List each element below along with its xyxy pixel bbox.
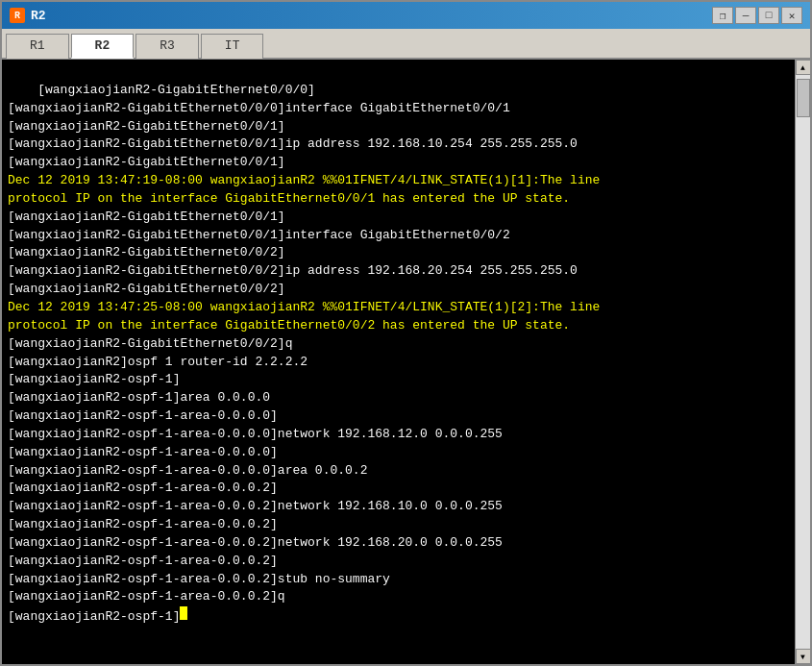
terminal-content[interactable]: [wangxiaojianR2-GigabitEthernet0/0/0] [w… [2, 60, 795, 664]
terminal-line: [wangxiaojianR2-ospf-1-area-0.0.0.0]area… [8, 463, 367, 478]
title-bar-left: R R2 [10, 8, 46, 23]
restore-button[interactable]: ❐ [712, 7, 733, 24]
tab-bar: R1 R2 R3 IT [2, 29, 810, 60]
terminal-line: [wangxiaojianR2-GigabitEthernet0/0/1]ip … [8, 136, 578, 151]
tab-r3[interactable]: R3 [135, 34, 199, 59]
terminal-line: [wangxiaojianR2-GigabitEthernet0/0/2]q [8, 336, 292, 351]
terminal-line: [wangxiaojianR2-ospf-1-area-0.0.0.2] [8, 481, 278, 495]
title-bar-controls: ❐ — □ ✕ [712, 7, 802, 24]
terminal-line: protocol IP on the interface GigabitEthe… [8, 318, 570, 333]
terminal-line: [wangxiaojianR2]ospf 1 router-id 2.2.2.2 [8, 355, 308, 369]
terminal-line: Dec 12 2019 13:47:25-08:00 wangxiaojianR… [8, 300, 600, 314]
terminal-line: [wangxiaojianR2-GigabitEthernet0/0/2]ip … [8, 263, 578, 278]
terminal-line: [wangxiaojianR2-ospf-1] [8, 372, 180, 386]
tab-r1[interactable]: R1 [6, 34, 69, 59]
terminal-line: [wangxiaojianR2-GigabitEthernet0/0/1]int… [8, 228, 510, 242]
scroll-down-button[interactable]: ▼ [796, 649, 811, 664]
app-icon: R [10, 8, 25, 23]
terminal-line: [wangxiaojianR2-ospf-1-area-0.0.0.2] [8, 517, 278, 531]
maximize-button[interactable]: □ [758, 7, 779, 24]
terminal-line: [wangxiaojianR2-GigabitEthernet0/0/0]int… [8, 101, 510, 115]
terminal-line: [wangxiaojianR2-ospf-1-area-0.0.0.2]netw… [8, 535, 503, 550]
close-button[interactable]: ✕ [781, 7, 802, 24]
terminal-line: [wangxiaojianR2-GigabitEthernet0/0/2] [8, 282, 285, 296]
tab-r2[interactable]: R2 [71, 34, 135, 59]
terminal-line: [wangxiaojianR2-ospf-1-area-0.0.0.2] [8, 554, 278, 568]
terminal-line: [wangxiaojianR2-GigabitEthernet0/0/1] [8, 210, 285, 224]
terminal-cursor [180, 606, 187, 620]
terminal-line: [wangxiaojianR2-GigabitEthernet0/0/1] [8, 119, 285, 134]
window-title: R2 [31, 9, 46, 23]
terminal-container: [wangxiaojianR2-GigabitEthernet0/0/0] [w… [2, 60, 810, 664]
terminal-line: [wangxiaojianR2-ospf-1-area-0.0.0.2]netw… [8, 499, 503, 513]
terminal-line: [wangxiaojianR2-ospf-1]area 0.0.0.0 [8, 390, 270, 405]
terminal-line: Dec 12 2019 13:47:19-08:00 wangxiaojianR… [8, 173, 600, 187]
scroll-track[interactable] [796, 75, 810, 649]
tab-it[interactable]: IT [201, 34, 264, 59]
terminal-line: [wangxiaojianR2-GigabitEthernet0/0/0] [37, 83, 315, 97]
terminal-line: [wangxiaojianR2-ospf-1-area-0.0.0.2]stub… [8, 572, 390, 586]
terminal-line: [wangxiaojianR2-GigabitEthernet0/0/1] [8, 155, 285, 169]
main-window: R R2 ❐ — □ ✕ R1 R2 R3 IT [wangxiaojianR2… [0, 0, 812, 666]
terminal-line: [wangxiaojianR2-ospf-1] [8, 609, 187, 624]
terminal-line: [wangxiaojianR2-ospf-1-area-0.0.0.2]q [8, 589, 285, 604]
terminal-line: [wangxiaojianR2-ospf-1-area-0.0.0.0] [8, 445, 278, 459]
terminal-line: [wangxiaojianR2-ospf-1-area-0.0.0.0]netw… [8, 427, 503, 441]
scrollbar[interactable]: ▲ ▼ [795, 60, 810, 664]
terminal-line: protocol IP on the interface GigabitEthe… [8, 191, 570, 206]
terminal-line: [wangxiaojianR2-ospf-1-area-0.0.0.0] [8, 408, 278, 423]
title-bar: R R2 ❐ — □ ✕ [2, 2, 810, 29]
terminal-line: [wangxiaojianR2-GigabitEthernet0/0/2] [8, 245, 285, 259]
scroll-thumb[interactable] [797, 79, 810, 117]
minimize-button[interactable]: — [735, 7, 756, 24]
scroll-up-button[interactable]: ▲ [796, 60, 811, 75]
